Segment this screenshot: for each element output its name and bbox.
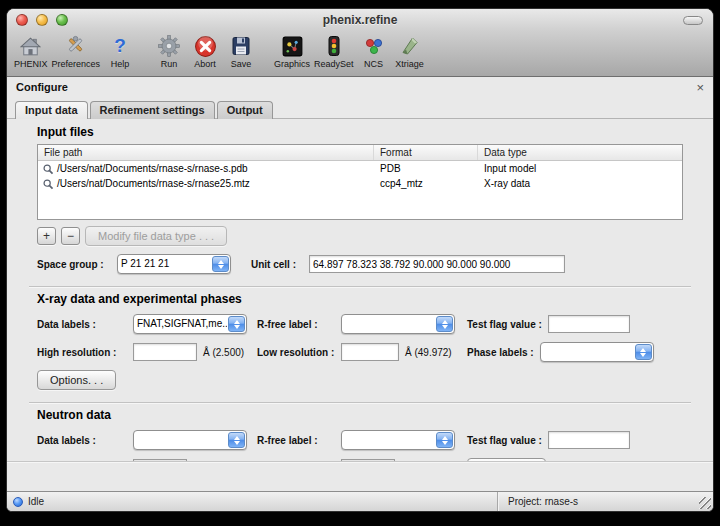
file-path-cell: /Users/nat/Documents/rnase-s/rnase-s.pdb [57,163,248,174]
xray-test-flag-input[interactable] [548,315,630,333]
dropdown-value [342,315,435,333]
toolbar-button-xtriage[interactable]: Xtriage [392,32,428,70]
toolbar-button-label: Xtriage [395,59,424,69]
table-body: /Users/nat/Documents/rnase-s/rnase-s.pdb… [38,161,682,219]
xray-high-resolution-input[interactable] [133,343,197,361]
space-group-label: Space group : [37,259,117,270]
space-group-combobox[interactable]: P 21 21 21 [117,254,231,274]
tab-strip: Input data Refinement settings Output [7,97,713,119]
section-divider [29,286,691,288]
window-title: phenix.refine [323,13,398,27]
toolbar-button-label: NCS [364,59,383,69]
tab-refinement-settings[interactable]: Refinement settings [90,101,215,119]
xray-high-resolution-label: High resolution : [37,347,133,358]
xray-low-resolution-input[interactable] [341,343,399,361]
neutron-rfree-label: R-free label : [257,435,341,446]
data-type-cell: Input model [478,163,682,174]
toolbar-button-label: Help [111,59,130,69]
section-divider [29,402,691,404]
format-cell: PDB [374,163,478,174]
neutron-data-labels-dropdown[interactable] [133,430,247,450]
xray-rfree-label: R-free label : [257,319,341,330]
stepper-arrows-icon [436,316,453,332]
input-data-panel: Input files File path Format Data type /… [7,119,713,461]
configure-close-button[interactable]: × [696,81,704,94]
phenix-refine-window: phenix.refine PHENIX [6,8,714,512]
stepper-arrows-icon [212,256,229,272]
xray-options-button[interactable]: Options. . . [37,370,116,390]
xray-low-resolution-label: Low resolution : [257,347,341,358]
table-row[interactable]: /Users/nat/Documents/rnase-s/rnase25.mtz… [38,176,682,191]
toolbar-button-preferences[interactable]: Preferences [50,32,103,70]
format-cell: ccp4_mtz [374,178,478,189]
unit-cell-input[interactable] [309,255,565,273]
neutron-data-labels-label: Data labels : [37,435,133,446]
xray-data-labels-label: Data labels : [37,319,133,330]
toolbar-button-label: Preferences [52,59,101,69]
configure-pane-header: Configure × [7,77,713,97]
neutron-rfree-dropdown[interactable] [341,430,455,450]
dropdown-value [342,431,435,449]
tab-output[interactable]: Output [217,101,273,119]
toolbar-button-help[interactable]: ? Help [102,32,138,70]
xray-low-resolution-hint: Å (49.972) [405,347,452,358]
title-bar[interactable]: phenix.refine [7,9,713,31]
toolbar-button-label: ReadySet [314,59,354,69]
ncs-icon [361,33,387,59]
dropdown-value [134,431,227,449]
toolbar-button-label: Graphics [274,59,310,69]
remove-file-button[interactable]: − [61,227,80,245]
xtriage-icon [397,33,423,59]
toolbar-button-save[interactable]: Save [223,32,259,70]
dropdown-value [541,343,634,361]
toolbar-button-ncs[interactable]: NCS [356,32,392,70]
stepper-arrows-icon [228,316,245,332]
status-text: Idle [28,496,44,507]
xray-rfree-dropdown[interactable] [341,314,455,334]
close-button[interactable] [16,14,28,26]
input-files-table[interactable]: File path Format Data type /Users/nat/Do… [37,144,683,220]
minimize-button[interactable] [36,14,48,26]
status-indicator-icon [13,497,23,507]
column-header-file-path[interactable]: File path [38,145,374,160]
xray-high-resolution-hint: Å (2.500) [203,347,244,358]
toolbar-button-phenix[interactable]: PHENIX [12,32,50,70]
xray-heading: X-ray data and experimental phases [37,292,691,306]
graphics-icon [279,33,305,59]
abort-icon [192,33,218,59]
xray-test-flag-label: Test flag value : [467,319,542,330]
resize-grip[interactable] [699,497,711,509]
configure-title: Configure [16,81,68,93]
add-file-button[interactable]: + [37,227,56,245]
zoom-button[interactable] [56,14,68,26]
column-header-data-type[interactable]: Data type [478,145,682,160]
tab-input-data[interactable]: Input data [15,101,88,119]
search-icon [42,178,54,190]
status-bar: Idle Project: rnase-s [7,491,713,511]
toolbar-toggle-button[interactable] [683,16,703,25]
neutron-test-flag-label: Test flag value : [467,435,542,446]
neutron-heading: Neutron data [37,408,691,422]
toolbar-button-graphics[interactable]: Graphics [272,32,312,70]
xray-phase-labels-dropdown[interactable] [540,342,654,362]
help-question-icon: ? [107,33,133,59]
toolbar-button-abort[interactable]: Abort [187,32,223,70]
run-gear-icon [156,33,182,59]
search-icon [42,163,54,175]
phenix-home-icon [18,33,44,59]
table-header-row: File path Format Data type [38,145,682,161]
input-files-heading: Input files [37,125,691,139]
modify-file-data-type-button[interactable]: Modify file data type . . . [85,226,227,246]
xray-data-labels-dropdown[interactable]: FNAT,SIGFNAT,me... [133,314,247,334]
neutron-test-flag-input[interactable] [548,431,630,449]
toolbar: PHENIX Preferences ? Help [7,31,713,77]
column-header-format[interactable]: Format [374,145,478,160]
file-path-cell: /Users/nat/Documents/rnase-s/rnase25.mtz [57,178,250,189]
xray-phase-labels-label: Phase labels : [467,347,534,358]
toolbar-button-run[interactable]: Run [151,32,187,70]
panel-bottom-strip [7,461,713,491]
project-label: Project: rnase-s [508,496,578,507]
table-row[interactable]: /Users/nat/Documents/rnase-s/rnase-s.pdb… [38,161,682,176]
toolbar-button-label: PHENIX [14,59,48,69]
toolbar-button-readyset[interactable]: ReadySet [312,32,356,70]
